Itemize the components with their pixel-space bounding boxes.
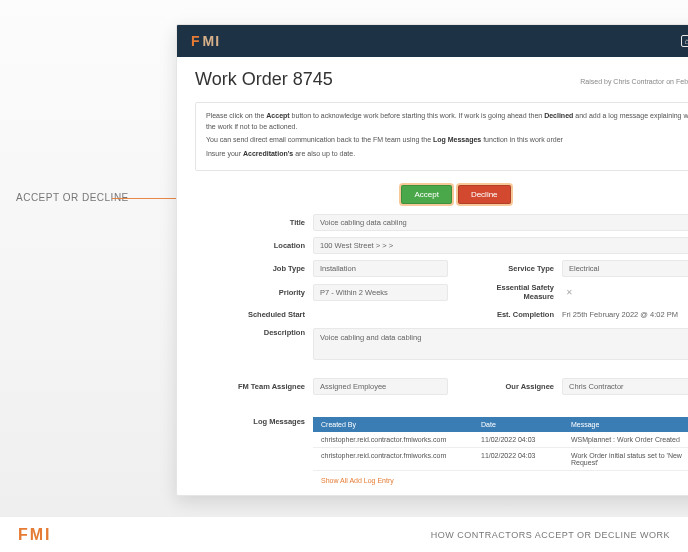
log-table: Created By Date Message christopher.reid… [313, 417, 688, 471]
notice-line-2: You can send direct email communication … [206, 135, 688, 146]
brand-letters-mi: MI [203, 33, 221, 49]
field-fm-assignee[interactable]: Assigned Employee [313, 378, 448, 395]
field-description[interactable]: Voice cabling and data cabling [313, 328, 688, 360]
field-our-assignee[interactable]: Chris Contractor [562, 378, 688, 395]
log-show-all-link[interactable]: Show All Add Log Entry [321, 477, 394, 484]
field-job-type[interactable]: Installation [313, 260, 448, 277]
footer-band: FMI HOW CONTRACTORS ACCEPT OR DECLINE WO… [0, 516, 688, 552]
field-est-completion: Fri 25th February 2022 @ 4:02 PM [562, 307, 688, 322]
work-order-form: Title Voice cabling data cabling Locatio… [195, 214, 688, 485]
log-table-header: Created By Date Message [313, 417, 688, 432]
label-fm-assignee: FM Team Assignee [195, 382, 305, 391]
notice-box: Please click on the Accept button to ack… [195, 102, 688, 171]
label-description: Description [195, 328, 305, 337]
home-icon: ⌂ [681, 35, 688, 47]
status-block: Work In Pr Raised by Chris Contractor on… [580, 67, 688, 85]
status-sub: Raised by Chris Contractor on February 1… [580, 78, 688, 85]
log-col-message: Message [571, 421, 688, 428]
log-col-created: Created By [321, 421, 481, 428]
status-main: Work In Pr [580, 67, 688, 78]
label-our-assignee: Our Assignee [464, 382, 554, 391]
label-est-completion: Est. Completion [464, 310, 554, 319]
label-service-type: Service Type [464, 264, 554, 273]
label-priority: Priority [195, 288, 305, 297]
label-sched-start: Scheduled Start [195, 310, 305, 319]
log-date: 11/02/2022 04:03 [481, 452, 571, 466]
label-esm: Essential Safety Measure [464, 283, 554, 301]
home-nav[interactable]: ⌂ Home [681, 35, 688, 47]
action-buttons: Accept Decline [195, 185, 688, 204]
close-icon[interactable]: ✕ [566, 288, 573, 297]
field-sched-start [313, 308, 448, 322]
label-job-type: Job Type [195, 264, 305, 273]
label-location: Location [195, 241, 305, 250]
topbar: FMI ⌂ Home [177, 25, 688, 57]
field-title[interactable]: Voice cabling data cabling [313, 214, 688, 231]
log-message: WSMplannet : Work Order Created [571, 436, 688, 443]
field-priority[interactable]: P7 - Within 2 Weeks [313, 284, 448, 301]
log-message: Work Order initial status set to 'New Re… [571, 452, 688, 466]
field-service-type[interactable]: Electrical [562, 260, 688, 277]
table-row: christopher.reid.contractor.fmiworks.com… [313, 448, 688, 471]
brand-logo: FMI [191, 33, 220, 49]
field-location[interactable]: 100 West Street > > > [313, 237, 688, 254]
table-row: christopher.reid.contractor.fmiworks.com… [313, 432, 688, 448]
footer-logo: FMI [18, 526, 52, 544]
brand-letter-f: F [191, 33, 201, 49]
notice-line-1: Please click on the Accept button to ack… [206, 111, 688, 132]
field-esm: ✕ [562, 285, 688, 300]
log-created-by: christopher.reid.contractor.fmiworks.com [321, 436, 481, 443]
log-col-date: Date [481, 421, 571, 428]
decline-button[interactable]: Decline [458, 185, 511, 204]
log-date: 11/02/2022 04:03 [481, 436, 571, 443]
footer-caption: HOW CONTRACTORS ACCEPT OR DECLINE WORK [431, 530, 670, 540]
accept-button[interactable]: Accept [401, 185, 451, 204]
label-title: Title [195, 218, 305, 227]
app-window: FMI ⌂ Home Work Order 8745 Work In Pr Ra… [176, 24, 688, 496]
page-content: Work Order 8745 Work In Pr Raised by Chr… [177, 57, 688, 495]
notice-line-3: Insure your Accreditation's are also up … [206, 149, 688, 160]
log-created-by: christopher.reid.contractor.fmiworks.com [321, 452, 481, 466]
label-log-messages: Log Messages [195, 413, 305, 426]
